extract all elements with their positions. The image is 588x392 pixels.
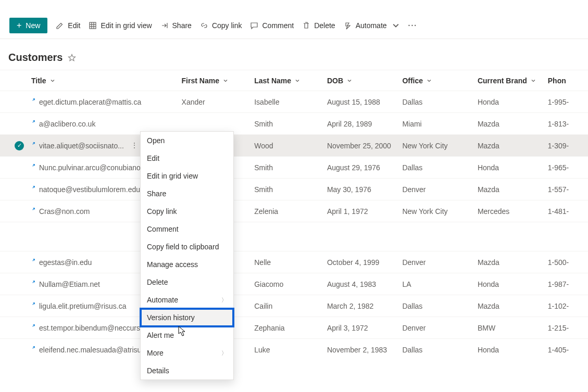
chevron-down-icon <box>50 78 55 83</box>
cell-phone: 1-965- <box>548 163 588 172</box>
table-row[interactable]: eleifend.nec.malesuada@atrisus.c Luke No… <box>0 338 588 360</box>
menu-copy-field[interactable]: Copy field to clipboard <box>141 238 233 256</box>
menu-automate[interactable]: Automate 〉 <box>141 291 233 309</box>
chevron-right-icon: 〉 <box>221 349 227 357</box>
table-row[interactable]: Nunc.pulvinar.arcu@conubianostr Smith Au… <box>0 156 588 178</box>
table-row[interactable]: natoque@vestibulumlorem.edu Smith May 30… <box>0 178 588 200</box>
menu-alert-me[interactable]: Alert me <box>141 326 233 344</box>
menu-version-history[interactable]: Version history <box>141 309 233 326</box>
cell-last: Wood <box>254 142 327 150</box>
grid-icon <box>89 21 97 30</box>
chevron-down-icon <box>531 78 536 83</box>
cell-dob: November 25, 2000 <box>327 142 402 150</box>
cell-phone: 1-813- <box>548 120 588 128</box>
cell-dob: April 28, 1989 <box>327 120 402 128</box>
item-link-icon <box>31 207 36 212</box>
cell-brand: Honda <box>478 280 548 288</box>
menu-more[interactable]: More 〉 <box>141 344 233 362</box>
table-row-selected[interactable]: ✓ vitae.aliquet@sociisnato... ⋮ Wood Nov… <box>0 134 588 156</box>
item-link-icon <box>31 280 36 285</box>
menu-edit[interactable]: Edit <box>141 149 233 167</box>
col-header-phone[interactable]: Phon <box>548 77 588 85</box>
chevron-down-icon <box>295 78 300 83</box>
cell-phone: 1-500- <box>548 258 588 267</box>
favorite-star-icon[interactable] <box>68 54 76 62</box>
col-header-firstname[interactable]: First Name <box>182 77 255 85</box>
comment-button[interactable]: Comment <box>250 21 294 30</box>
menu-open[interactable]: Open <box>141 132 233 149</box>
table-row[interactable]: Cras@non.com Zelenia April 1, 1972 New Y… <box>0 200 588 222</box>
cell-last: Zephania <box>254 324 327 332</box>
cell-brand: Mazda <box>478 120 548 128</box>
automate-button[interactable]: Automate <box>344 21 400 30</box>
cell-phone: 1-309- <box>548 142 588 150</box>
cell-office: Denver <box>402 185 477 194</box>
menu-details[interactable]: Details <box>141 362 233 380</box>
table-row[interactable]: eget.dictum.placerat@mattis.ca Xander Is… <box>0 91 588 112</box>
table-row[interactable]: ligula.elit.pretium@risus.ca Cailin Marc… <box>0 295 588 317</box>
edit-grid-button[interactable]: Edit in grid view <box>89 21 152 30</box>
cell-phone: 1-102- <box>548 302 588 310</box>
selected-check-icon[interactable]: ✓ <box>15 141 24 150</box>
col-header-lastname[interactable]: Last Name <box>254 77 327 85</box>
menu-edit-grid[interactable]: Edit in grid view <box>141 167 233 185</box>
share-button[interactable]: Share <box>160 21 192 30</box>
copy-link-button[interactable]: Copy link <box>200 21 242 30</box>
col-header-office[interactable]: Office <box>402 77 477 85</box>
command-bar: + New Edit Edit in grid view Share Copy … <box>0 12 588 39</box>
col-header-brand[interactable]: Current Brand <box>478 77 548 85</box>
menu-share[interactable]: Share <box>141 185 233 203</box>
cell-brand: Honda <box>478 163 548 172</box>
cell-office: Denver <box>402 258 477 267</box>
delete-icon <box>302 21 310 30</box>
item-link-icon <box>31 346 36 350</box>
cell-brand: Mazda <box>478 258 548 267</box>
cell-phone: 1-987- <box>548 280 588 288</box>
table-row[interactable]: est.tempor.bibendum@neccursus Zephania A… <box>0 317 588 338</box>
edit-grid-label: Edit in grid view <box>101 21 152 30</box>
new-button[interactable]: + New <box>9 18 47 33</box>
col-header-title[interactable]: Title <box>31 77 182 85</box>
menu-copy-link[interactable]: Copy link <box>141 203 233 220</box>
overflow-button[interactable]: ··· <box>408 21 418 30</box>
table-row[interactable]: egestas@in.edu Nelle October 4, 1999 Den… <box>0 251 588 273</box>
table-row[interactable]: a@aclibero.co.uk Smith April 28, 1989 Mi… <box>0 112 588 134</box>
edit-label: Edit <box>68 21 80 30</box>
cell-phone: 1-995- <box>548 98 588 106</box>
cell-title: est.tempor.bibendum@neccursus <box>39 324 148 332</box>
edit-button[interactable]: Edit <box>56 21 80 30</box>
automate-icon <box>344 21 352 30</box>
item-link-icon <box>31 324 36 328</box>
table-row[interactable]: Nullam@Etiam.net Giacomo August 4, 1983 … <box>0 273 588 295</box>
cell-title: Cras@non.com <box>39 207 90 216</box>
cell-title: Nunc.pulvinar.arcu@conubianostr <box>39 163 148 172</box>
cell-phone: 1-481- <box>548 207 588 216</box>
menu-manage-access[interactable]: Manage access <box>141 256 233 273</box>
row-more-button[interactable]: ⋮ <box>131 144 137 147</box>
svg-rect-0 <box>90 22 96 29</box>
data-grid: Title First Name Last Name DOB Office Cu… <box>0 70 588 360</box>
cell-dob: August 15, 1988 <box>327 98 402 106</box>
share-icon <box>160 21 169 30</box>
cell-brand: Mazda <box>478 302 548 310</box>
chevron-down-icon <box>427 78 432 83</box>
cell-last: Nelle <box>254 258 327 267</box>
cell-brand: Honda <box>478 346 548 354</box>
cell-dob: May 30, 1976 <box>327 185 402 194</box>
cell-brand: Mazda <box>478 185 548 194</box>
col-header-dob[interactable]: DOB <box>327 77 402 85</box>
new-button-label: New <box>26 21 40 30</box>
delete-button[interactable]: Delete <box>302 21 335 30</box>
cell-title: a@aclibero.co.uk <box>39 120 95 128</box>
copy-link-label: Copy link <box>212 21 242 30</box>
menu-delete[interactable]: Delete <box>141 273 233 291</box>
comment-label: Comment <box>262 21 294 30</box>
list-title-row: Customers <box>0 39 588 70</box>
cell-brand: BMW <box>478 324 548 332</box>
item-link-icon <box>31 98 36 103</box>
cell-last: Smith <box>254 185 327 194</box>
cell-last: Smith <box>254 120 327 128</box>
chevron-down-icon <box>347 78 352 83</box>
menu-comment[interactable]: Comment <box>141 220 233 238</box>
context-menu: Open Edit Edit in grid view Share Copy l… <box>140 131 234 380</box>
